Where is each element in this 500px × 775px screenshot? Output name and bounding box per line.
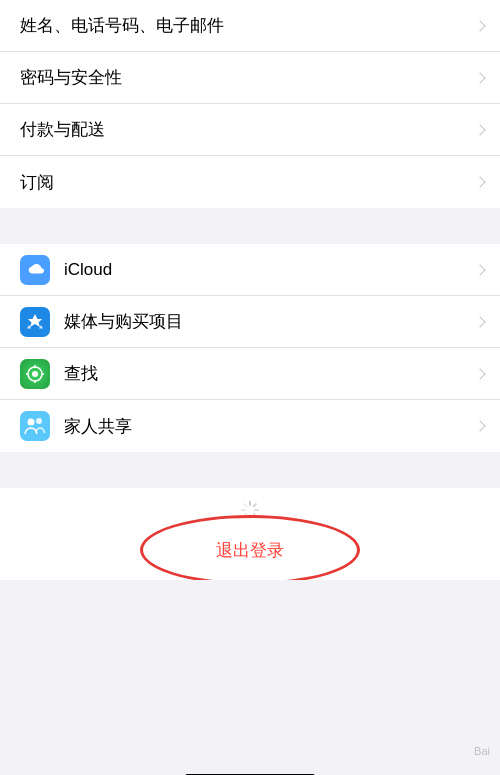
settings-group-1: 姓名、电话号码、电子邮件 密码与安全性 付款与配送 订阅 (0, 0, 500, 208)
sign-out-button[interactable]: 退出登录 (0, 524, 500, 576)
row-label: 订阅 (20, 171, 476, 194)
row-label: 付款与配送 (20, 118, 476, 141)
row-label: 密码与安全性 (20, 66, 476, 89)
row-label: 媒体与购买项目 (64, 310, 476, 333)
family-icon (20, 411, 50, 441)
bottom-area: Bai (0, 580, 500, 775)
group-separator-1 (0, 208, 500, 244)
chevron-right-icon (474, 72, 485, 83)
chevron-right-icon (474, 420, 485, 431)
row-icloud[interactable]: iCloud (0, 244, 500, 296)
chevron-right-icon (474, 316, 485, 327)
sign-out-section: 退出登录 (0, 488, 500, 580)
svg-point-7 (36, 418, 42, 424)
icloud-icon (20, 255, 50, 285)
row-payment-delivery[interactable]: 付款与配送 (0, 104, 500, 156)
chevron-right-icon (474, 20, 485, 31)
row-find-my[interactable]: 查找 (0, 348, 500, 400)
findmy-icon (20, 359, 50, 389)
row-label: 姓名、电话号码、电子邮件 (20, 14, 476, 37)
row-family-sharing[interactable]: 家人共享 (0, 400, 500, 452)
chevron-right-icon (474, 264, 485, 275)
row-subscriptions[interactable]: 订阅 (0, 156, 500, 208)
svg-line-14 (254, 504, 256, 506)
watermark: Bai (474, 745, 490, 757)
svg-line-12 (244, 504, 246, 506)
svg-point-6 (28, 419, 35, 426)
row-label: iCloud (64, 260, 476, 280)
loading-spinner (0, 488, 500, 520)
row-name-phone-email[interactable]: 姓名、电话号码、电子邮件 (0, 0, 500, 52)
svg-line-15 (244, 514, 246, 516)
sign-out-label: 退出登录 (216, 539, 284, 562)
appstore-icon (20, 307, 50, 337)
svg-point-1 (32, 371, 38, 377)
svg-line-13 (254, 514, 256, 516)
chevron-right-icon (474, 176, 485, 187)
row-label: 查找 (64, 362, 476, 385)
row-media-purchases[interactable]: 媒体与购买项目 (0, 296, 500, 348)
settings-group-2: iCloud 媒体与购买项目 查找 (0, 244, 500, 452)
chevron-right-icon (474, 124, 485, 135)
group-separator-2 (0, 452, 500, 488)
chevron-right-icon (474, 368, 485, 379)
row-label: 家人共享 (64, 415, 476, 438)
row-password-security[interactable]: 密码与安全性 (0, 52, 500, 104)
